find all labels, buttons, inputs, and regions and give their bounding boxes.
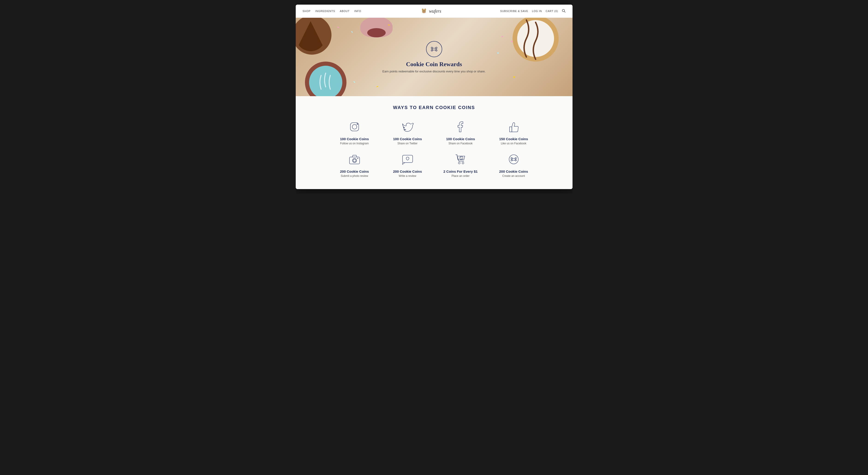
place-order-desc: Place an order [452, 174, 469, 178]
reward-photo-review[interactable]: 200 Cookie Coins Submit a photo review [330, 152, 379, 178]
heart-message-icon [400, 152, 415, 167]
camera-icon [347, 152, 362, 167]
reward-facebook-like[interactable]: 150 Cookie Coins Like us on Facebook [490, 120, 538, 145]
facebook-like-desc: Like us on Facebook [501, 142, 526, 145]
svg-point-19 [356, 124, 358, 125]
reward-instagram[interactable]: 100 Cookie Coins Follow us on Instagram [330, 120, 379, 145]
nav-subscribe[interactable]: SUBSCRIBE & SAVE [500, 10, 528, 12]
thumbsup-icon [506, 120, 521, 134]
rewards-section-title: WAYS TO EARN COOKIE COINS [303, 105, 566, 110]
rewards-grid-row2: 200 Cookie Coins Submit a photo review 2… [330, 152, 538, 178]
nav-left: SHOP INGREDIENTS ABOUT INFO [303, 10, 362, 12]
instagram-desc: Follow us on Instagram [340, 142, 369, 145]
rewards-grid-row1: 100 Cookie Coins Follow us on Instagram … [330, 120, 538, 145]
facebook-like-coins: 150 Cookie Coins [499, 137, 528, 141]
browser-window: SHOP INGREDIENTS ABOUT INFO wufers SUBS [296, 5, 572, 189]
svg-point-14 [431, 50, 433, 51]
search-button[interactable] [562, 9, 566, 13]
rewards-section: WAYS TO EARN COOKIE COINS 100 Cookie Coi… [296, 96, 572, 189]
svg-rect-31 [512, 158, 515, 160]
photo-review-desc: Submit a photo review [341, 174, 368, 178]
twitter-coins: 100 Cookie Coins [393, 137, 422, 141]
svg-point-23 [357, 158, 358, 159]
svg-point-6 [423, 12, 425, 12]
sprinkle-7 [511, 41, 513, 42]
svg-point-27 [460, 156, 463, 160]
svg-point-28 [460, 157, 461, 158]
nav-right: SUBSCRIBE & SAVE LOG IN CART (0) [500, 9, 566, 13]
svg-point-26 [462, 162, 464, 164]
facebook-share-desc: Share on Facebook [448, 142, 473, 145]
svg-point-22 [353, 159, 356, 162]
cookie-circle-icon [506, 152, 521, 167]
svg-rect-12 [432, 48, 436, 50]
svg-rect-24 [403, 155, 413, 163]
nav-logo[interactable]: wufers [420, 7, 441, 15]
svg-line-7 [422, 12, 423, 13]
reward-create-account[interactable]: 200 Cookie Coins Create an account [490, 152, 538, 178]
svg-rect-20 [349, 157, 360, 164]
svg-point-30 [509, 155, 518, 164]
facebook-icon [453, 120, 468, 134]
svg-line-11 [564, 11, 565, 12]
hero-subtitle: Earn points redeemable for exclusive dis… [382, 70, 486, 73]
deco-cookie-4 [305, 62, 349, 96]
svg-point-4 [423, 10, 424, 11]
twitter-icon [400, 120, 415, 134]
nav-shop[interactable]: SHOP [303, 10, 311, 12]
svg-point-34 [515, 157, 517, 159]
place-order-coins: 2 Coins For Every $1 [443, 169, 477, 173]
svg-point-15 [435, 47, 437, 49]
facebook-share-coins: 100 Cookie Coins [446, 137, 475, 141]
write-review-desc: Write a review [399, 174, 416, 178]
reward-write-review[interactable]: 200 Cookie Coins Write a review [383, 152, 432, 178]
hero-title: Cookie Coin Rewards [382, 61, 486, 68]
hero-content: Cookie Coin Rewards Earn points redeemab… [378, 36, 490, 78]
svg-line-9 [425, 12, 426, 13]
hero-bone-icon [426, 41, 442, 57]
sprinkle-9 [514, 76, 515, 78]
logo-text: wufers [429, 8, 441, 14]
svg-point-25 [458, 162, 460, 164]
write-review-coins: 200 Cookie Coins [393, 169, 422, 173]
svg-point-10 [562, 9, 564, 11]
twitter-desc: Share on Twitter [397, 142, 417, 145]
cart-cookie-icon [453, 152, 468, 167]
nav-ingredients[interactable]: INGREDIENTS [315, 10, 335, 12]
svg-point-13 [431, 47, 433, 49]
svg-point-18 [352, 125, 357, 129]
instagram-coins: 100 Cookie Coins [340, 137, 369, 141]
reward-twitter[interactable]: 100 Cookie Coins Share on Twitter [383, 120, 432, 145]
photo-review-coins: 200 Cookie Coins [340, 169, 369, 173]
dog-logo-icon [420, 7, 428, 15]
nav-info[interactable]: INFO [354, 10, 361, 12]
deco-cookie-3 [513, 18, 563, 66]
reward-place-order[interactable]: 2 Coins For Every $1 Place an order [436, 152, 485, 178]
nav-cart[interactable]: CART (0) [546, 10, 558, 12]
svg-point-16 [435, 50, 437, 51]
svg-point-29 [462, 158, 462, 158]
navbar: SHOP INGREDIENTS ABOUT INFO wufers SUBS [296, 5, 572, 18]
deco-cookie-2 [360, 18, 393, 37]
instagram-icon [347, 120, 362, 134]
create-account-coins: 200 Cookie Coins [499, 169, 528, 173]
svg-point-5 [424, 10, 425, 11]
reward-facebook-share[interactable]: 100 Cookie Coins Share on Facebook [436, 120, 485, 145]
svg-point-32 [511, 157, 512, 159]
sprinkle-8 [497, 52, 499, 54]
hero-section: Cookie Coin Rewards Earn points redeemab… [296, 18, 572, 96]
create-account-desc: Create an account [502, 174, 525, 178]
nav-about[interactable]: ABOUT [340, 10, 350, 12]
nav-login[interactable]: LOG IN [532, 10, 542, 12]
